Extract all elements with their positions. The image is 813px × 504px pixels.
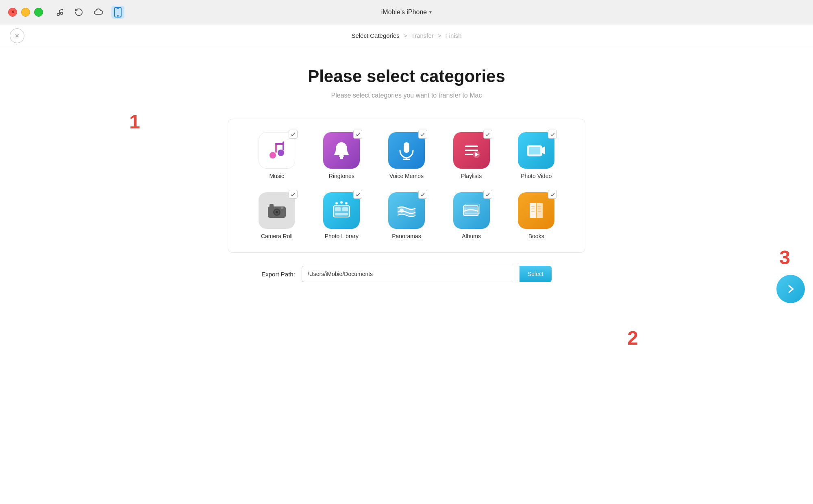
window-controls: ✕ bbox=[8, 8, 43, 17]
svg-point-3 bbox=[117, 15, 118, 16]
device-name: iMobie's iPhone bbox=[381, 9, 427, 16]
music-icon-wrapper bbox=[259, 132, 295, 169]
svg-rect-33 bbox=[342, 207, 348, 211]
panoramas-icon-wrapper bbox=[388, 192, 425, 229]
export-select-button[interactable]: Select bbox=[520, 266, 552, 282]
titlebar-icons bbox=[53, 6, 124, 19]
photo-video-check[interactable] bbox=[548, 130, 557, 139]
svg-rect-9 bbox=[275, 143, 284, 145]
titlebar-title: iMobie's iPhone ▾ bbox=[381, 9, 432, 16]
svg-rect-32 bbox=[335, 207, 341, 211]
svg-point-35 bbox=[335, 202, 338, 204]
breadcrumb-bar: ✕ Select Categories > Transfer > Finish bbox=[0, 24, 813, 47]
svg-point-5 bbox=[270, 152, 276, 159]
breadcrumb-step1: Select Categories bbox=[351, 32, 399, 39]
svg-point-1 bbox=[61, 12, 63, 15]
svg-rect-34 bbox=[335, 213, 348, 215]
page-subtitle: Please select categories you want to tra… bbox=[331, 92, 482, 99]
photo-video-icon-wrapper bbox=[518, 132, 554, 169]
refresh-icon[interactable] bbox=[72, 6, 85, 19]
device-chevron[interactable]: ▾ bbox=[429, 9, 432, 15]
close-button[interactable]: ✕ bbox=[8, 8, 17, 17]
albums-label: Albums bbox=[462, 233, 481, 239]
svg-marker-22 bbox=[542, 146, 545, 154]
iphone-icon[interactable] bbox=[111, 6, 124, 19]
books-check[interactable] bbox=[548, 190, 557, 199]
camera-roll-icon-wrapper bbox=[259, 192, 295, 229]
music-check[interactable] bbox=[289, 130, 298, 139]
photo-video-label: Photo Video bbox=[521, 173, 552, 179]
books-icon-wrapper bbox=[518, 192, 554, 229]
next-button[interactable] bbox=[776, 275, 805, 303]
maximize-button[interactable] bbox=[34, 8, 43, 17]
breadcrumb-sep2: > bbox=[438, 32, 441, 39]
svg-point-11 bbox=[340, 156, 343, 159]
titlebar: ✕ bbox=[0, 0, 813, 24]
breadcrumb-sep1: > bbox=[404, 32, 407, 39]
cloud-icon[interactable] bbox=[92, 6, 105, 19]
export-row: Export Path: Select bbox=[261, 266, 551, 282]
ringtones-icon-wrapper bbox=[323, 132, 360, 169]
svg-point-37 bbox=[345, 202, 348, 204]
svg-rect-12 bbox=[404, 142, 409, 153]
category-photo-library[interactable]: Photo Library bbox=[313, 192, 371, 239]
category-books[interactable]: Books bbox=[507, 192, 565, 239]
category-music[interactable]: Music bbox=[248, 132, 306, 179]
music-icon[interactable] bbox=[53, 6, 66, 19]
albums-icon-wrapper bbox=[453, 192, 490, 229]
photo-library-icon-wrapper bbox=[323, 192, 360, 229]
category-voice-memos[interactable]: Voice Memos bbox=[377, 132, 436, 179]
playlists-icon-wrapper bbox=[453, 132, 490, 169]
step-2-indicator: 2 bbox=[627, 327, 638, 349]
category-panoramas[interactable]: Panoramas bbox=[377, 192, 436, 239]
category-playlists[interactable]: Playlists bbox=[442, 132, 501, 179]
camera-roll-label: Camera Roll bbox=[261, 233, 293, 239]
voice-memos-check[interactable] bbox=[418, 130, 427, 139]
category-photo-video[interactable]: Photo Video bbox=[507, 132, 565, 179]
panoramas-check[interactable] bbox=[418, 190, 427, 199]
svg-rect-28 bbox=[270, 204, 274, 207]
page-title: Please select categories bbox=[308, 67, 505, 86]
svg-rect-15 bbox=[465, 146, 478, 147]
voice-memos-label: Voice Memos bbox=[389, 173, 424, 179]
music-label: Music bbox=[270, 173, 285, 179]
main-content: 1 Please select categories Please select… bbox=[0, 47, 813, 504]
svg-rect-23 bbox=[529, 147, 540, 154]
breadcrumb-step2: Transfer bbox=[411, 32, 434, 39]
category-albums[interactable]: Albums bbox=[442, 192, 501, 239]
voice-memos-icon-wrapper bbox=[388, 132, 425, 169]
category-ringtones[interactable]: Ringtones bbox=[313, 132, 371, 179]
svg-point-27 bbox=[276, 211, 278, 213]
svg-point-38 bbox=[400, 209, 404, 213]
books-label: Books bbox=[528, 233, 544, 239]
albums-check[interactable] bbox=[483, 190, 492, 199]
breadcrumb-close-button[interactable]: ✕ bbox=[10, 28, 24, 43]
ringtones-check[interactable] bbox=[353, 130, 362, 139]
svg-point-6 bbox=[278, 150, 284, 156]
step-3-indicator: 3 bbox=[779, 246, 790, 269]
playlists-check[interactable] bbox=[483, 130, 492, 139]
step-1-indicator: 1 bbox=[129, 111, 140, 133]
export-label: Export Path: bbox=[261, 271, 295, 278]
svg-rect-17 bbox=[465, 154, 473, 155]
svg-rect-8 bbox=[283, 141, 284, 150]
photo-library-label: Photo Library bbox=[325, 233, 359, 239]
svg-rect-29 bbox=[281, 207, 283, 209]
svg-point-36 bbox=[340, 201, 343, 204]
photo-library-check[interactable] bbox=[353, 190, 362, 199]
breadcrumb-step3: Finish bbox=[446, 32, 462, 39]
ringtones-label: Ringtones bbox=[329, 173, 354, 179]
category-camera-roll[interactable]: Camera Roll bbox=[248, 192, 306, 239]
playlists-label: Playlists bbox=[461, 173, 482, 179]
camera-roll-check[interactable] bbox=[289, 190, 298, 199]
minimize-button[interactable] bbox=[21, 8, 30, 17]
export-path-input[interactable] bbox=[302, 266, 513, 282]
panoramas-label: Panoramas bbox=[392, 233, 421, 239]
category-grid: Music Ringtones bbox=[228, 119, 585, 253]
